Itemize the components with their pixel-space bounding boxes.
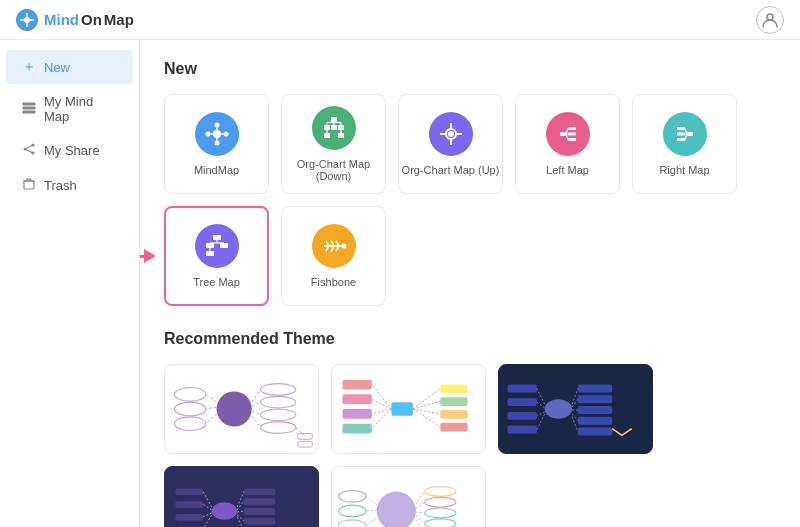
svg-line-88 — [252, 389, 261, 402]
svg-rect-93 — [298, 433, 313, 439]
sidebar-item-my-share-label: My Share — [44, 143, 100, 158]
tree-map-label: Tree Map — [193, 276, 240, 288]
map-type-grid: MindMap — [164, 94, 776, 306]
app-header: MindOnMap — [0, 0, 800, 40]
svg-rect-118 — [508, 385, 537, 393]
map-card-org-down[interactable]: Org-Chart Map (Down) — [281, 94, 386, 194]
app-body: ＋ New My Mind Map — [0, 40, 800, 527]
svg-rect-30 — [331, 125, 337, 130]
svg-point-150 — [377, 491, 416, 527]
org-down-label: Org-Chart Map (Down) — [282, 158, 385, 182]
svg-rect-120 — [508, 412, 537, 420]
svg-rect-99 — [343, 424, 372, 434]
svg-line-57 — [685, 129, 687, 135]
theme-card-2[interactable] — [331, 364, 486, 454]
svg-point-45 — [448, 131, 454, 137]
org-up-label: Org-Chart Map (Up) — [402, 164, 500, 176]
svg-rect-117 — [578, 428, 612, 436]
sidebar-item-my-mind-map[interactable]: My Mind Map — [6, 86, 133, 132]
new-icon: ＋ — [22, 58, 36, 76]
svg-point-76 — [341, 244, 346, 249]
theme-card-1[interactable] — [164, 364, 319, 454]
svg-rect-49 — [560, 132, 566, 136]
svg-point-21 — [214, 141, 219, 146]
map-card-right-map[interactable]: Right Map — [632, 94, 737, 194]
svg-rect-29 — [324, 125, 330, 130]
map-card-left-map[interactable]: Left Map — [515, 94, 620, 194]
svg-point-131 — [212, 502, 237, 520]
svg-point-156 — [425, 508, 456, 518]
sidebar-item-new[interactable]: ＋ New — [6, 50, 133, 84]
svg-rect-56 — [687, 132, 693, 136]
svg-point-154 — [425, 487, 456, 497]
svg-line-87 — [206, 414, 217, 424]
svg-point-83 — [261, 409, 296, 421]
sidebar-item-my-share[interactable]: My Share — [6, 134, 133, 167]
svg-line-59 — [685, 134, 687, 140]
arrow-head — [144, 249, 156, 263]
svg-line-104 — [372, 385, 392, 409]
tree-map-wrapper: Tree Map — [164, 206, 269, 306]
svg-rect-53 — [677, 127, 685, 130]
svg-rect-7 — [23, 107, 35, 109]
sidebar-item-new-label: New — [44, 60, 70, 75]
svg-rect-33 — [338, 133, 344, 138]
svg-point-152 — [339, 505, 366, 517]
logo-icon — [16, 9, 38, 31]
main-content: New MindMap — [140, 40, 800, 527]
svg-point-79 — [175, 402, 206, 416]
svg-rect-135 — [244, 518, 275, 525]
svg-rect-55 — [677, 138, 685, 141]
sidebar-item-trash[interactable]: Trash — [6, 169, 133, 202]
map-card-mindmap[interactable]: MindMap — [164, 94, 269, 194]
right-map-icon — [663, 112, 707, 156]
svg-line-86 — [206, 407, 217, 409]
svg-point-0 — [24, 17, 30, 23]
logo-mind-text: Mind — [44, 11, 79, 28]
svg-rect-114 — [578, 395, 612, 403]
svg-rect-102 — [440, 410, 467, 419]
svg-line-85 — [206, 394, 217, 402]
pink-arrow — [140, 249, 156, 263]
svg-rect-121 — [508, 426, 537, 434]
my-share-icon — [22, 142, 36, 159]
theme-card-5[interactable] — [331, 466, 486, 527]
svg-line-159 — [366, 496, 377, 504]
svg-point-153 — [339, 520, 366, 527]
map-card-org-up[interactable]: Org-Chart Map (Up) — [398, 94, 503, 194]
svg-rect-46 — [568, 127, 576, 130]
sidebar-item-my-mind-map-label: My Mind Map — [44, 94, 117, 124]
svg-point-84 — [261, 422, 296, 434]
svg-rect-94 — [298, 441, 313, 447]
svg-rect-28 — [331, 117, 337, 122]
svg-line-160 — [366, 510, 377, 511]
user-avatar[interactable] — [756, 6, 784, 34]
svg-rect-47 — [568, 133, 576, 136]
svg-line-52 — [566, 134, 568, 140]
svg-point-78 — [175, 387, 206, 401]
svg-rect-138 — [176, 501, 203, 508]
svg-rect-14 — [24, 181, 34, 189]
theme-card-3[interactable] — [498, 364, 653, 454]
left-map-icon — [546, 112, 590, 156]
right-map-label: Right Map — [659, 164, 709, 176]
map-card-fishbone[interactable]: Fishbone — [281, 206, 386, 306]
svg-rect-101 — [440, 397, 467, 406]
mindmap-icon — [195, 112, 239, 156]
svg-line-161 — [366, 518, 377, 526]
svg-point-77 — [217, 391, 252, 426]
recommended-theme-grid — [164, 364, 776, 527]
svg-point-19 — [213, 130, 221, 138]
svg-point-81 — [261, 384, 296, 396]
svg-line-105 — [372, 399, 392, 409]
svg-rect-54 — [677, 133, 685, 136]
svg-line-165 — [416, 516, 425, 524]
map-card-tree-map[interactable]: Tree Map — [164, 206, 269, 306]
svg-point-80 — [175, 417, 206, 431]
svg-rect-133 — [244, 498, 275, 505]
svg-rect-6 — [23, 103, 35, 105]
theme-card-4[interactable] — [164, 466, 319, 527]
svg-rect-98 — [343, 409, 372, 419]
svg-line-129 — [572, 414, 578, 421]
svg-line-122 — [537, 388, 545, 404]
